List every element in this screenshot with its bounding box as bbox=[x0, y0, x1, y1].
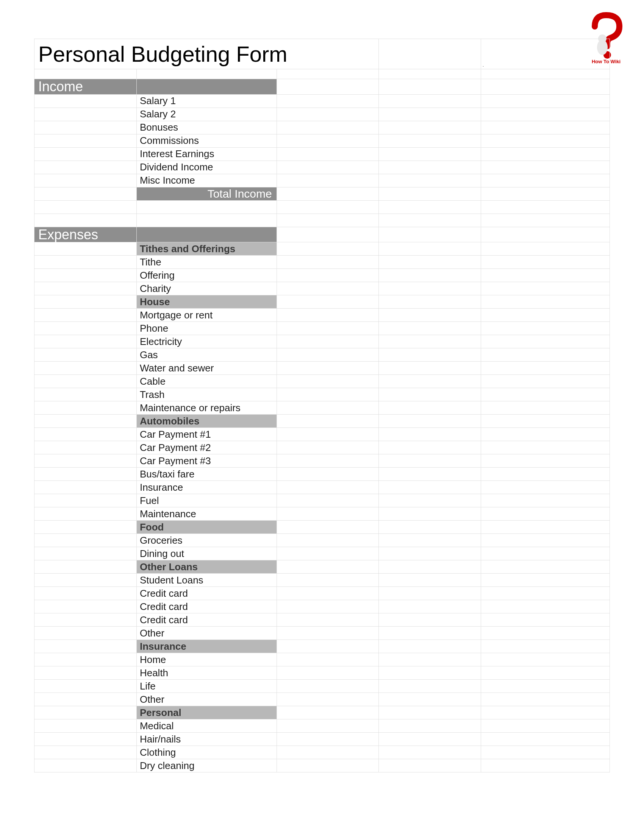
expense-item: Maintenance or repairs bbox=[136, 401, 277, 415]
expense-item: Offering bbox=[136, 269, 277, 282]
expense-group-header: House bbox=[136, 295, 277, 309]
expense-item: Student Loans bbox=[136, 574, 277, 587]
expense-item: Car Payment #3 bbox=[136, 454, 277, 468]
expense-item: Tithe bbox=[136, 256, 277, 269]
title-blank-1 bbox=[379, 39, 481, 69]
income-item: Bonuses bbox=[136, 121, 277, 134]
expense-item: Life bbox=[136, 680, 277, 693]
expense-item: Cable bbox=[136, 375, 277, 388]
income-item: Salary 1 bbox=[136, 94, 277, 108]
expense-group-header: Tithes and Offerings bbox=[136, 242, 277, 256]
expense-group-header: Food bbox=[136, 521, 277, 534]
expense-group-header: Insurance bbox=[136, 640, 277, 653]
income-item: Dividend Income bbox=[136, 161, 277, 174]
expense-item: Water and sewer bbox=[136, 362, 277, 375]
expense-item: Clothing bbox=[136, 746, 277, 759]
expense-item: Fuel bbox=[136, 494, 277, 507]
expense-item: Car Payment #1 bbox=[136, 428, 277, 441]
section-header-income: Income bbox=[34, 79, 137, 95]
expense-item: Insurance bbox=[136, 481, 277, 494]
income-item: Commissions bbox=[136, 134, 277, 147]
section-header-expenses-fill bbox=[136, 227, 277, 242]
expense-item: Credit card bbox=[136, 600, 277, 613]
section-header-expenses: Expenses bbox=[34, 227, 137, 242]
expense-item: Mortgage or rent bbox=[136, 309, 277, 322]
budget-table: Personal Budgeting Form.IncomeSalary 1Sa… bbox=[34, 39, 610, 772]
expense-item: Car Payment #2 bbox=[136, 441, 277, 454]
expense-item: Dining out bbox=[136, 547, 277, 560]
expense-item: Gas bbox=[136, 348, 277, 362]
expense-item: Home bbox=[136, 653, 277, 666]
expense-item: Dry cleaning bbox=[136, 759, 277, 772]
expense-item: Other bbox=[136, 693, 277, 706]
income-item: Interest Earnings bbox=[136, 147, 277, 161]
page-title: Personal Budgeting Form bbox=[34, 39, 379, 69]
expense-item: Bus/taxi fare bbox=[136, 468, 277, 481]
expense-item: Hair/nails bbox=[136, 733, 277, 746]
expense-item: Medical bbox=[136, 719, 277, 733]
expense-item: Other bbox=[136, 627, 277, 640]
expense-group-header: Other Loans bbox=[136, 560, 277, 574]
income-item: Misc Income bbox=[136, 174, 277, 187]
expense-item: Credit card bbox=[136, 613, 277, 627]
expense-item: Electricity bbox=[136, 335, 277, 348]
total-income-label: Total Income bbox=[136, 187, 277, 200]
expense-group-header: Automobiles bbox=[136, 415, 277, 428]
expense-group-header: Personal bbox=[136, 706, 277, 719]
expense-item: Health bbox=[136, 666, 277, 680]
title-blank-2: . bbox=[481, 39, 610, 69]
expense-item: Credit card bbox=[136, 587, 277, 600]
income-item: Salary 2 bbox=[136, 108, 277, 121]
expense-item: Phone bbox=[136, 322, 277, 335]
expense-item: Charity bbox=[136, 282, 277, 295]
expense-item: Maintenance bbox=[136, 507, 277, 521]
expense-item: Trash bbox=[136, 388, 277, 401]
expense-item: Groceries bbox=[136, 534, 277, 547]
section-header-income-fill bbox=[136, 79, 277, 95]
